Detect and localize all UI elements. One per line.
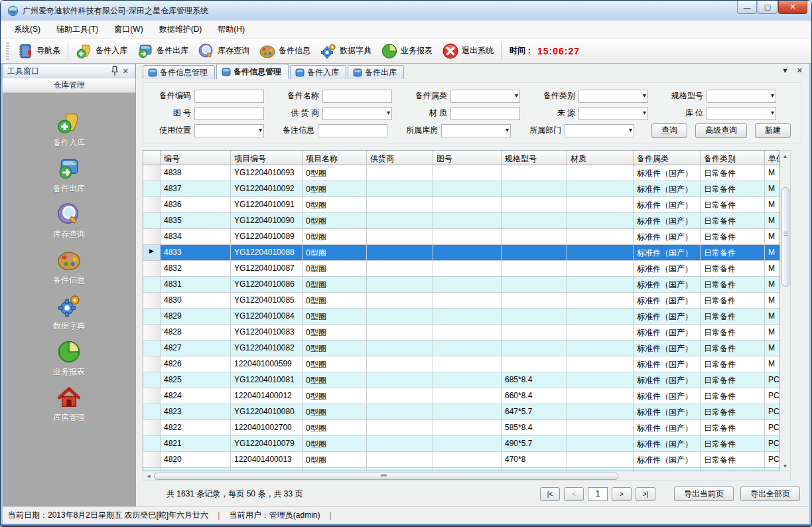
column-header-7[interactable]: 备件属类	[634, 151, 701, 165]
tab-2[interactable]: 备件入库	[290, 65, 346, 79]
tab-0[interactable]: 备件信息管理	[143, 65, 215, 79]
search-dropdown[interactable]	[441, 124, 511, 137]
menu-item-0[interactable]: 系统(S)	[6, 21, 48, 38]
scroll-up-icon[interactable]: ▲	[780, 151, 790, 161]
table-row[interactable]: 4838YG122040100930型圈标准件（国产）日常备件M	[143, 165, 779, 181]
table-row[interactable]: 482412204014000120型圈660*8.4标准件（国产）日常备件PC	[143, 388, 779, 404]
menu-item-4[interactable]: 帮助(H)	[210, 21, 253, 38]
column-header-3[interactable]: 供货商	[367, 151, 433, 165]
table-row[interactable]: 482012204014000130型圈470*8标准件（国产）日常备件PC	[143, 452, 779, 468]
row-selector[interactable]	[143, 229, 161, 245]
menu-item-2[interactable]: 窗口(W)	[106, 21, 151, 38]
menu-item-1[interactable]: 辅助工具(T)	[48, 21, 106, 38]
advanced-query-button[interactable]: 高级查询	[695, 123, 747, 138]
column-header-0[interactable]: 编号	[161, 151, 231, 165]
search-dropdown[interactable]	[578, 107, 648, 120]
sidebar-group-header[interactable]: 仓库管理	[3, 78, 135, 93]
column-header-6[interactable]: 材质	[567, 151, 634, 165]
search-dropdown[interactable]	[322, 107, 392, 120]
search-input[interactable]	[450, 107, 520, 120]
table-row[interactable]: ▶4833YG122040100880型圈标准件（国产）日常备件M	[143, 245, 779, 261]
query-button[interactable]: 查询	[651, 123, 687, 138]
column-header-8[interactable]: 备件类别	[701, 151, 765, 165]
hscroll-thumb[interactable]	[154, 473, 618, 480]
row-selector[interactable]	[143, 436, 161, 452]
last-page-button[interactable]: >|	[636, 487, 655, 501]
row-selector[interactable]	[143, 309, 161, 325]
prev-page-button[interactable]: <	[564, 487, 584, 501]
table-row[interactable]: 4830YG122040100850型圈标准件（国产）日常备件M	[143, 293, 779, 309]
sidebar-item-stock-query[interactable]: 库存查询	[3, 202, 135, 248]
table-row[interactable]: 4825YG122040100810型圈685*8.4标准件（国产）日常备件PC	[143, 372, 779, 388]
row-selector[interactable]	[143, 340, 161, 356]
first-page-button[interactable]: |<	[540, 487, 560, 501]
table-row[interactable]: 4821YG122040100790型圈490*5.7标准件（国产）日常备件PC	[143, 436, 779, 452]
tab-list-dropdown-icon[interactable]: ▼	[781, 66, 789, 75]
toolbar-button-parts-out[interactable]: 备件出库	[132, 40, 193, 62]
column-header-9[interactable]: 单位	[765, 151, 780, 165]
table-row[interactable]: 4832YG122040100870型圈标准件（国产）日常备件M	[143, 261, 779, 277]
close-button[interactable]: ✕	[778, 1, 807, 14]
row-selector[interactable]	[143, 420, 161, 436]
sidebar-item-warehouse[interactable]: 库房管理	[3, 385, 135, 431]
table-row[interactable]: 4823YG122040100800型圈647*5.7标准件（国产）日常备件PC	[143, 404, 779, 420]
row-selector[interactable]	[143, 356, 161, 372]
menu-item-3[interactable]: 数据维护(D)	[151, 21, 210, 38]
new-button[interactable]: 新建	[755, 123, 791, 138]
column-header-2[interactable]: 项目名称	[303, 151, 367, 165]
table-row[interactable]: 482212204010027000型圈585*8.4标准件（国产）日常备件PC	[143, 420, 779, 436]
column-header-4[interactable]: 图号	[433, 151, 502, 165]
table-row[interactable]: 4827YG122040100820型圈标准件（国产）日常备件M	[143, 340, 779, 356]
column-header-1[interactable]: 项目编号	[231, 151, 303, 165]
table-row[interactable]: 4828YG122040100830型圈标准件（国产）日常备件M	[143, 325, 779, 340]
tab-1[interactable]: 备件信息管理	[216, 64, 289, 79]
search-input[interactable]	[194, 107, 264, 120]
horizontal-scrollbar[interactable]: ◄	[143, 471, 791, 481]
row-selector[interactable]	[143, 165, 161, 181]
table-row[interactable]: 482612204010005990型圈标准件（国产）日常备件M	[143, 356, 779, 372]
maximize-button[interactable]: ▢	[758, 1, 778, 14]
table-row[interactable]: 4835YG122040100900型圈标准件（国产）日常备件M	[143, 213, 779, 229]
row-selector[interactable]	[143, 293, 161, 309]
search-input[interactable]	[194, 90, 264, 103]
sidebar-item-data-dict[interactable]: 数据字典	[3, 293, 135, 339]
tab-close-icon[interactable]: ✕	[797, 66, 803, 75]
sidebar-item-parts-info[interactable]: 备件信息	[3, 248, 135, 293]
column-header-5[interactable]: 规格型号	[502, 151, 567, 165]
scroll-down-icon[interactable]: ▼	[780, 461, 790, 471]
vertical-scrollbar[interactable]: ▲ ▼	[780, 150, 791, 471]
table-row[interactable]: 4829YG122040100840型圈标准件（国产）日常备件M	[143, 309, 779, 325]
close-panel-icon[interactable]: ✕	[120, 67, 131, 76]
search-input[interactable]	[318, 124, 387, 137]
search-dropdown[interactable]	[707, 107, 776, 120]
tab-3[interactable]: 备件出库	[348, 65, 404, 79]
export-current-page-button[interactable]: 导出当前页	[674, 487, 734, 501]
page-number-input[interactable]	[588, 487, 608, 501]
table-row[interactable]: 4836YG122040100910型圈标准件（国产）日常备件M	[143, 197, 779, 213]
search-dropdown[interactable]	[450, 90, 520, 103]
row-selector[interactable]	[143, 181, 161, 197]
toolbar-button-report[interactable]: 业务报表	[376, 40, 437, 62]
toolbar-grip[interactable]	[6, 42, 9, 60]
toolbar-button-parts-in[interactable]: 备件入库	[71, 40, 132, 62]
row-selector[interactable]	[143, 325, 161, 340]
row-selector[interactable]	[143, 452, 161, 468]
table-row[interactable]: 4837YG122040100920型圈标准件（国产）日常备件M	[143, 181, 779, 197]
search-dropdown[interactable]	[194, 124, 264, 137]
toolbar-button-data-dict[interactable]: 数据字典	[315, 40, 376, 62]
toolbar-button-exit[interactable]: 退出系统	[437, 40, 498, 62]
export-all-pages-button[interactable]: 导出全部页	[740, 487, 800, 501]
pin-icon[interactable]	[109, 66, 120, 76]
row-selector[interactable]	[143, 404, 161, 420]
sidebar-item-report[interactable]: 业务报表	[3, 339, 135, 385]
search-dropdown[interactable]	[578, 90, 648, 103]
vscroll-thumb[interactable]	[781, 187, 789, 287]
minimize-button[interactable]: —	[737, 1, 757, 14]
toolbar-button-parts-info[interactable]: 备件信息	[254, 40, 315, 62]
row-selector[interactable]	[143, 277, 161, 293]
row-selector[interactable]	[143, 261, 161, 277]
scroll-left-icon[interactable]: ◄	[143, 473, 154, 479]
table-row[interactable]: 4831YG122040100860型圈标准件（国产）日常备件M	[143, 277, 779, 293]
row-selector[interactable]: ▶	[143, 245, 161, 261]
search-dropdown[interactable]	[707, 90, 776, 103]
